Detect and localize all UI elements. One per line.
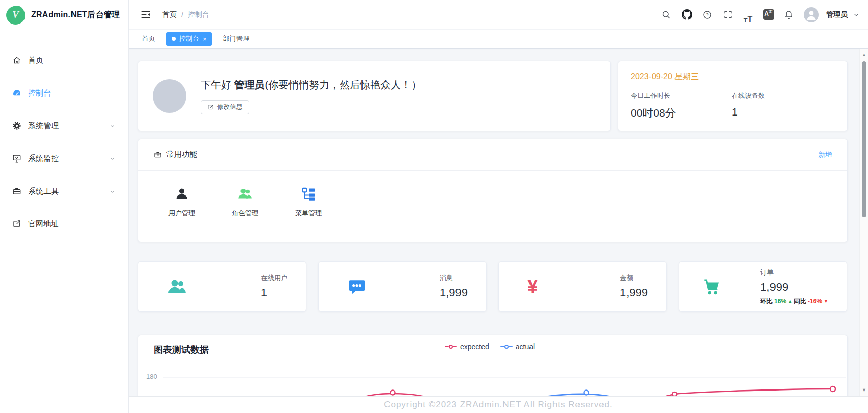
translate-icon[interactable]: A文 bbox=[760, 6, 777, 24]
triangle-down-icon: ▼ bbox=[824, 299, 828, 304]
edit-profile-button[interactable]: 修改信息 bbox=[201, 100, 249, 114]
stat-label: 在线用户 bbox=[261, 273, 287, 283]
chevron-down-icon bbox=[109, 188, 116, 195]
quick-functions-card: 常用功能 新增 用户管理 角色管理 菜单管理 bbox=[138, 139, 848, 242]
dashboard-icon bbox=[12, 88, 21, 98]
user-icon bbox=[159, 184, 205, 201]
line-chart[interactable] bbox=[138, 335, 848, 396]
data-point-marker[interactable] bbox=[672, 392, 677, 396]
data-point-marker[interactable] bbox=[830, 386, 835, 392]
copyright-text: Copyright ©2023 ZRAdmin.NET All Rights R… bbox=[384, 400, 613, 410]
stat-card-amount: ¥ 金额 1,999 bbox=[498, 261, 667, 312]
quick-item-menu-mgmt[interactable]: 菜单管理 bbox=[285, 184, 331, 218]
stat-label: 消息 bbox=[440, 273, 468, 283]
avatar[interactable] bbox=[153, 79, 186, 113]
triangle-up-icon: ▲ bbox=[788, 299, 792, 304]
sidebar-item-home[interactable]: 首页 bbox=[0, 44, 128, 77]
sidebar-item-label: 系统工具 bbox=[28, 187, 59, 196]
quick-functions-title: 常用功能 bbox=[166, 150, 197, 159]
data-point-marker[interactable] bbox=[584, 391, 589, 395]
sidebar-item-label: 控制台 bbox=[28, 88, 51, 98]
app-logo-row[interactable]: V ZRAdmin.NET后台管理 bbox=[0, 0, 128, 30]
gear-icon bbox=[12, 121, 21, 130]
top-header: 首页 / 控制台 ? TT A文 管理员 bbox=[129, 0, 868, 30]
briefcase-icon bbox=[154, 151, 162, 159]
font-size-icon[interactable]: TT bbox=[739, 6, 757, 24]
github-icon[interactable] bbox=[678, 6, 695, 24]
sidebar-collapse-icon[interactable] bbox=[139, 8, 152, 21]
stat-card-orders: 订单 1,999 环比 16% ▲ 同比 -16% ▼ bbox=[679, 261, 847, 312]
cart-icon bbox=[702, 277, 725, 297]
stat-label: 金额 bbox=[620, 273, 648, 283]
yoy-value: -16% bbox=[808, 297, 822, 305]
sidebar-menu: 首页 控制台 系统管理 系统监控 bbox=[0, 44, 128, 240]
yoy-label: 同比 bbox=[794, 297, 806, 306]
stat-trend-row: 环比 16% ▲ 同比 -16% ▼ bbox=[760, 297, 828, 306]
roles-icon bbox=[222, 184, 268, 201]
notification-bell-icon[interactable] bbox=[780, 6, 798, 24]
message-icon bbox=[347, 277, 371, 296]
yen-icon: ¥ bbox=[527, 278, 551, 296]
app-logo-icon: V bbox=[6, 6, 25, 25]
quick-item-role-mgmt[interactable]: 角色管理 bbox=[222, 184, 268, 218]
user-menu-chevron-icon[interactable] bbox=[853, 11, 860, 18]
scrollbar-down-arrow-icon[interactable]: ▼ bbox=[860, 387, 868, 393]
sidebar-item-console[interactable]: 控制台 bbox=[0, 77, 128, 109]
footer: Copyright ©2023 ZRAdmin.NET All Rights R… bbox=[129, 396, 868, 413]
monitor-icon bbox=[12, 154, 21, 163]
breadcrumb: 首页 / 控制台 bbox=[162, 10, 209, 19]
sidebar-item-system-monitor[interactable]: 系统监控 bbox=[0, 142, 128, 175]
scrollbar-thumb[interactable] bbox=[862, 61, 866, 217]
add-quick-function-link[interactable]: 新增 bbox=[818, 150, 832, 159]
sidebar: V ZRAdmin.NET后台管理 首页 控制台 系统管理 bbox=[0, 0, 129, 413]
mom-value: 16% bbox=[774, 297, 786, 305]
menu-tree-icon bbox=[285, 184, 331, 201]
stat-value: 1,999 bbox=[760, 281, 828, 294]
vertical-scrollbar[interactable]: ▲ ▼ bbox=[859, 49, 868, 396]
online-users-icon bbox=[167, 277, 190, 297]
close-icon[interactable]: × bbox=[203, 36, 207, 42]
tab-console[interactable]: 控制台 × bbox=[166, 32, 212, 46]
sidebar-item-system-admin[interactable]: 系统管理 bbox=[0, 109, 128, 142]
sidebar-item-label: 首页 bbox=[28, 56, 43, 65]
tab-label: 控制台 bbox=[179, 34, 199, 43]
svg-text:?: ? bbox=[706, 12, 708, 17]
chart-card: 图表测试数据 expected actual 180 bbox=[138, 335, 848, 396]
sidebar-item-label: 官网地址 bbox=[28, 219, 59, 229]
stat-card-online-users: 在线用户 1 bbox=[138, 261, 306, 312]
tab-label: 首页 bbox=[142, 34, 155, 43]
help-icon[interactable]: ? bbox=[698, 6, 716, 24]
tags-view-bar: 首页 控制台 × 部门管理 bbox=[129, 30, 868, 49]
fullscreen-icon[interactable] bbox=[719, 6, 736, 24]
user-name[interactable]: 管理员 bbox=[826, 10, 848, 19]
data-point-marker[interactable] bbox=[391, 391, 395, 395]
stat-label: 订单 bbox=[760, 268, 828, 277]
date-summary-card: 2023-09-20 星期三 今日工作时长 00时08分 在线设备数 1 bbox=[618, 61, 848, 131]
chevron-down-icon bbox=[109, 123, 116, 129]
breadcrumb-home[interactable]: 首页 bbox=[162, 10, 177, 19]
search-icon[interactable] bbox=[658, 6, 675, 24]
home-icon bbox=[12, 56, 21, 65]
chevron-down-icon bbox=[109, 155, 116, 162]
sidebar-item-label: 系统监控 bbox=[28, 154, 59, 164]
stat-card-messages: 消息 1,999 bbox=[318, 261, 487, 312]
active-tab-dot bbox=[172, 37, 176, 41]
greeting-text: 下午好 管理员(你要悄悄努力，然后惊艳众人！） bbox=[201, 78, 421, 92]
scrollbar-up-arrow-icon[interactable]: ▲ bbox=[860, 52, 868, 57]
external-link-icon bbox=[12, 219, 21, 228]
tab-label: 部门管理 bbox=[223, 34, 250, 43]
sidebar-item-system-tools[interactable]: 系统工具 bbox=[0, 175, 128, 208]
edit-icon bbox=[207, 104, 214, 110]
main-content: 下午好 管理员(你要悄悄努力，然后惊艳众人！） 修改信息 2023-09-20 … bbox=[129, 49, 868, 396]
quick-item-user-mgmt[interactable]: 用户管理 bbox=[159, 184, 205, 218]
welcome-card: 下午好 管理员(你要悄悄努力，然后惊艳众人！） 修改信息 bbox=[138, 61, 611, 131]
online-devices-label: 在线设备数 bbox=[732, 91, 835, 100]
tab-home[interactable]: 首页 bbox=[142, 34, 155, 43]
quick-item-label: 用户管理 bbox=[159, 209, 205, 218]
breadcrumb-current: 控制台 bbox=[188, 10, 209, 19]
work-duration-label: 今日工作时长 bbox=[631, 91, 732, 100]
sidebar-item-official-site[interactable]: 官网地址 bbox=[0, 208, 128, 240]
user-avatar[interactable] bbox=[804, 7, 819, 22]
tab-dept[interactable]: 部门管理 bbox=[223, 34, 250, 43]
stat-value: 1,999 bbox=[440, 286, 468, 300]
